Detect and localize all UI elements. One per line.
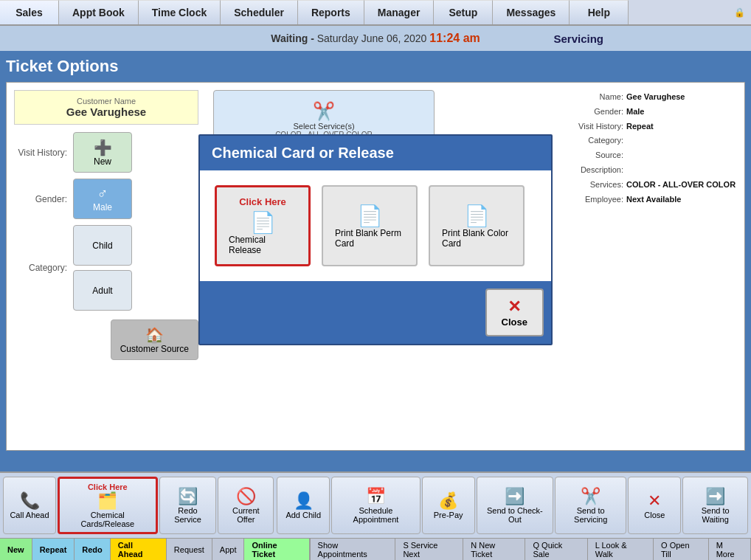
nav-tab-manager[interactable]: Manager [364, 0, 435, 24]
current-offer-button[interactable]: 🚫 Current Offer [218, 477, 274, 534]
waiting-label: Waiting - Saturday June 06, 2020 11:24 a… [271, 32, 480, 45]
schedule-appt-label: Schedule Appointment [336, 506, 415, 524]
doc-icon-chemical: 📄 [250, 210, 276, 235]
info-name-val: Gee Varughese [626, 90, 685, 105]
add-child-label: Add Child [285, 511, 321, 519]
close-label: Close [644, 511, 665, 519]
more-tab[interactable]: M More [709, 539, 751, 560]
click-here-label: Click Here [239, 196, 286, 207]
redo-icon: 🔄 [178, 487, 198, 506]
phone-icon: 📞 [20, 491, 40, 511]
status-tab-appt[interactable]: Appt [212, 539, 245, 560]
chemical-cards-label: Chemical Cards/Release [64, 511, 151, 528]
status-tabs-bar: New Repeat Redo Call Ahead Request Appt … [0, 538, 751, 560]
redo-service-label: Redo Service [165, 506, 212, 524]
status-tab-repeat[interactable]: Repeat [32, 539, 75, 560]
send-servicing-button[interactable]: ✂️ Send to Servicing [555, 477, 626, 534]
quick-sale-tab[interactable]: Q Quick Sale [525, 539, 587, 560]
modal-footer: ✕ Close [200, 281, 551, 344]
modal-close-button[interactable]: ✕ Close [485, 288, 544, 336]
status-tab-new[interactable]: New [0, 539, 32, 560]
call-ahead-button[interactable]: 📞 Call Ahead [3, 477, 56, 534]
nav-tab-reports[interactable]: Reports [298, 0, 364, 24]
show-appointments-tab[interactable]: Show Appointments [311, 539, 396, 560]
nav-tab-timeclock[interactable]: Time Clock [139, 0, 221, 24]
doc-icon-color: 📄 [464, 204, 490, 228]
service-next-tab[interactable]: S Service Next [395, 539, 463, 560]
lock-icon: 🔒 [728, 0, 751, 24]
status-tab-call-ahead[interactable]: Call Ahead [111, 539, 167, 560]
send-servicing-label: Send to Servicing [560, 506, 621, 524]
click-here-bottom-label: Click Here [88, 483, 128, 491]
nav-tab-sales[interactable]: Sales [0, 0, 59, 24]
send-waiting-label: Send to Waiting [688, 506, 743, 524]
add-child-button[interactable]: 👤 Add Child [277, 477, 330, 534]
modal-close-label: Close [502, 317, 527, 328]
pre-pay-button[interactable]: 💰 Pre-Pay [422, 477, 475, 534]
ticket-options-title: Ticket Options [6, 57, 745, 76]
close-button[interactable]: ✕ Close [628, 477, 681, 534]
status-tab-request[interactable]: Request [167, 539, 212, 560]
new-ticket-tab[interactable]: N New Ticket [463, 539, 525, 560]
schedule-icon: 📅 [366, 487, 386, 506]
look-walk-tab[interactable]: L Look & Walk [588, 539, 654, 560]
call-ahead-label: Call Ahead [10, 511, 49, 519]
schedule-appt-button[interactable]: 📅 Schedule Appointment [331, 477, 420, 534]
print-color-card-button[interactable]: 📄 Print Blank Color Card [429, 185, 525, 266]
prepay-icon: 💰 [438, 491, 458, 511]
status-tab-redo[interactable]: Redo [75, 539, 111, 560]
checkout-icon: ➡️ [505, 487, 525, 506]
redo-service-button[interactable]: 🔄 Redo Service [159, 477, 217, 534]
nav-tab-help[interactable]: Help [570, 0, 629, 24]
nav-tab-messages[interactable]: Messages [493, 0, 570, 24]
main-content: Ticket Options Customer Name Gee Varughe… [0, 51, 751, 471]
send-checkout-label: Send to Check-Out [482, 506, 548, 524]
nav-tab-scheduler[interactable]: Scheduler [221, 0, 298, 24]
servicing-label: Servicing [553, 32, 603, 45]
modal-overlay: Chemical Card or Release Click Here 📄 Ch… [7, 105, 744, 450]
close-x-icon: ✕ [508, 297, 521, 317]
servicing-icon: ✂️ [581, 487, 601, 506]
info-name-key: Name: [560, 90, 626, 105]
pre-pay-label: Pre-Pay [434, 511, 463, 519]
send-checkout-button[interactable]: ➡️ Send to Check-Out [477, 477, 553, 534]
offer-icon: 🚫 [236, 487, 256, 506]
print-color-label: Print Blank Color Card [442, 228, 511, 249]
nav-tab-setup[interactable]: Setup [434, 0, 493, 24]
top-navigation: Sales Appt Book Time Clock Scheduler Rep… [0, 0, 751, 26]
print-perm-card-button[interactable]: 📄 Print Blank Perm Card [322, 185, 418, 266]
chemical-release-button[interactable]: Click Here 📄 Chemical Release [215, 185, 311, 266]
inner-panel: Customer Name Gee Varughese Visit Histor… [6, 82, 745, 451]
send-waiting-button[interactable]: ➡️ Send to Waiting [682, 477, 748, 534]
current-offer-label: Current Offer [223, 506, 269, 524]
nav-tab-apptbook[interactable]: Appt Book [59, 0, 139, 24]
add-child-icon: 👤 [294, 491, 314, 511]
status-bar: Waiting - Saturday June 06, 2020 11:24 a… [0, 26, 751, 51]
chemical-cards-button[interactable]: Click Here 🗂️ Chemical Cards/Release [58, 477, 158, 534]
status-tab-online-ticket[interactable]: Online Ticket [244, 539, 309, 560]
bottom-action-bar: 📞 Call Ahead Click Here 🗂️ Chemical Card… [0, 471, 751, 538]
chemical-card-modal: Chemical Card or Release Click Here 📄 Ch… [198, 134, 553, 345]
modal-title: Chemical Card or Release [200, 136, 551, 170]
doc-icon-perm: 📄 [357, 204, 383, 228]
close-icon: ✕ [648, 491, 661, 511]
chemical-cards-icon: 🗂️ [97, 491, 117, 511]
chemical-release-label: Chemical Release [229, 235, 297, 255]
print-perm-label: Print Blank Perm Card [335, 228, 404, 249]
waiting-icon: ➡️ [705, 487, 725, 506]
modal-body: Click Here 📄 Chemical Release 📄 Print Bl… [200, 170, 551, 281]
open-till-tab[interactable]: O Open Till [654, 539, 709, 560]
